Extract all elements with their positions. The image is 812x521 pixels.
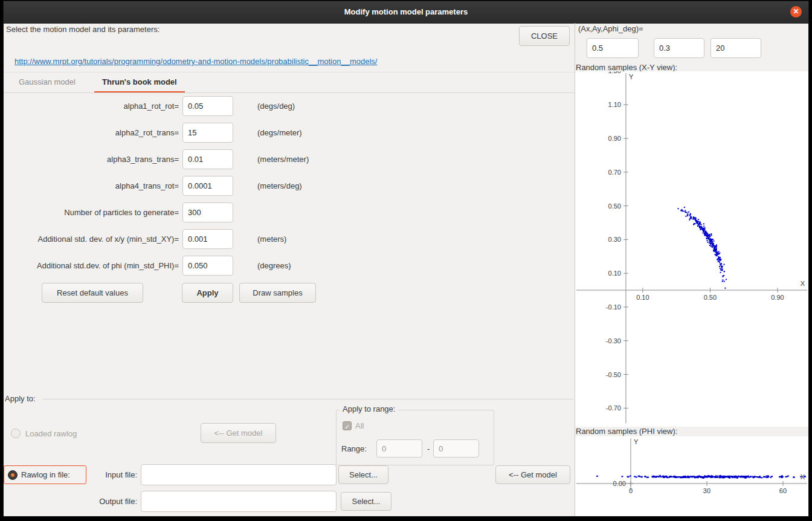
all-checkbox: ✓ [343,421,352,430]
svg-text:-0.30: -0.30 [606,337,621,345]
output-file-field[interactable] [141,491,337,512]
apply-button[interactable]: Apply [182,283,233,303]
select-input-file-button[interactable]: Select... [338,465,388,484]
svg-text:Y: Y [634,438,639,445]
svg-text:1.30: 1.30 [608,71,621,74]
left-panel: Select the motion model and its paramete… [4,23,575,516]
xy-plot-title: Random samples (X-Y view): [576,63,677,72]
all-checkbox-label: All [355,421,364,430]
alpha2-unit: (degs/meter) [257,123,302,143]
right-panel: (Ax,Ay,Aphi_deg)= Random samples (X-Y vi… [575,23,808,516]
tab-gaussian-model[interactable]: Gaussian model [11,73,83,92]
form-row: alpha1_rot_rot= (degs/deg) [4,96,575,116]
alpha3-unit: (meters/meter) [257,149,309,169]
dialog-content: Select the motion model and its paramete… [4,23,808,516]
min-std-xy-unit: (meters) [257,229,286,249]
window-title: Modify motion model parameters [4,7,808,16]
close-dialog-button[interactable]: CLOSE [519,26,570,46]
particles-input[interactable] [182,202,233,222]
close-icon: ✕ [793,7,799,16]
alpha3-label: alpha3_trans_trans= [4,149,179,169]
svg-text:0.70: 0.70 [608,169,621,176]
xy-scatter-plot: 1.301.100.900.700.500.300.10-0.10-0.30-0… [575,71,808,427]
form-row: alpha3_trans_trans= (meters/meter) [4,149,575,169]
input-file-field[interactable] [141,464,337,485]
svg-text:X: X [801,280,805,287]
alpha2-label: alpha2_rot_trans= [4,123,179,143]
min-std-phi-unit: (degrees) [257,256,291,276]
form-row: Additional std. dev. of x/y (min_std_XY)… [4,229,575,249]
dialog-window: Modify motion model parameters ✕ Select … [4,1,808,516]
svg-text:0.10: 0.10 [636,294,649,301]
svg-text:0.00: 0.00 [613,480,626,487]
apply-to-range-label: Apply to range: [340,404,398,413]
window-close-button[interactable]: ✕ [790,6,802,18]
loaded-rawlog-radio [11,429,21,438]
apply-to-range-group: ✓ All Range: - [336,410,494,465]
svg-text:0.90: 0.90 [771,294,784,301]
min-std-phi-input[interactable] [182,256,233,276]
min-std-xy-input[interactable] [182,229,233,249]
input-file-label: Input file: [4,464,137,485]
check-icon: ✓ [344,423,350,430]
range-from-input [376,439,422,458]
tab-thruns-book-model[interactable]: Thrun's book model [94,73,185,92]
svg-text:Y: Y [629,73,634,80]
form-row: Number of particles to generate= [4,202,575,222]
get-model-top-button: <-- Get model [201,423,276,443]
draw-samples-button[interactable]: Draw samples [239,283,316,303]
svg-text:60: 60 [779,487,787,494]
alpha2-rot-trans-input[interactable] [182,123,233,143]
phi-scatter-plot: 0.0003060YX [575,436,808,516]
reset-defaults-button[interactable]: Reset default values [42,283,143,303]
svg-text:0.10: 0.10 [608,270,621,277]
loaded-rawlog-label: Loaded rawlog [25,429,77,438]
alpha3-trans-trans-input[interactable] [182,149,233,169]
svg-text:0: 0 [629,487,633,494]
svg-text:0.50: 0.50 [608,202,621,210]
range-to-input [433,439,479,458]
alpha4-label: alpha4_trans_rot= [4,176,179,196]
range-label: Range: [341,444,367,453]
svg-text:-0.70: -0.70 [606,404,621,412]
phi-plot-title: Random samples (PHI view): [576,427,677,436]
svg-text:0.50: 0.50 [704,294,717,301]
svg-text:-0.50: -0.50 [606,371,621,378]
svg-text:30: 30 [703,487,710,494]
form-row: alpha4_trans_rot= (meters/deg) [4,176,575,196]
tutorial-link[interactable]: http://www.mrpt.org/tutorials/programmin… [14,57,377,66]
get-model-bottom-button[interactable]: <-- Get model [495,465,570,484]
particles-label: Number of particles to generate= [4,202,179,222]
range-separator: - [427,444,430,453]
form-row: alpha2_rot_trans= (degs/meter) [4,123,575,143]
min-std-phi-label: Additional std.dev. of phi (min_std_PHI)… [4,256,179,276]
form-row: Additional std.dev. of phi (min_std_PHI)… [4,256,575,276]
alpha4-trans-rot-input[interactable] [182,176,233,196]
alpha1-unit: (degs/deg) [257,96,295,116]
svg-text:-0.10: -0.10 [606,303,621,311]
instruction-label: Select the motion model and its paramete… [6,25,160,34]
svg-text:0.30: 0.30 [608,236,621,243]
alpha1-label: alpha1_rot_rot= [4,96,179,116]
apply-to-group-label: Apply to: [5,394,36,403]
output-file-label: Output file: [4,491,137,512]
tab-bar: Gaussian model Thrun's book model [4,72,575,93]
ax-input[interactable] [587,38,639,58]
select-output-file-button[interactable]: Select... [341,492,392,511]
svg-text:0.90: 0.90 [608,135,621,142]
svg-text:1.10: 1.10 [608,101,621,108]
titlebar[interactable]: Modify motion model parameters ✕ [4,1,808,24]
min-std-xy-label: Additional std. dev. of x/y (min_std_XY)… [4,229,179,249]
alpha1-rot-rot-input[interactable] [182,96,233,116]
alpha4-unit: (meters/deg) [257,176,302,196]
ay-input[interactable] [654,38,704,58]
pose-increment-label: (Ax,Ay,Aphi_deg)= [578,24,643,33]
apply-to-divider [42,399,573,400]
aphi-input[interactable] [710,38,761,58]
